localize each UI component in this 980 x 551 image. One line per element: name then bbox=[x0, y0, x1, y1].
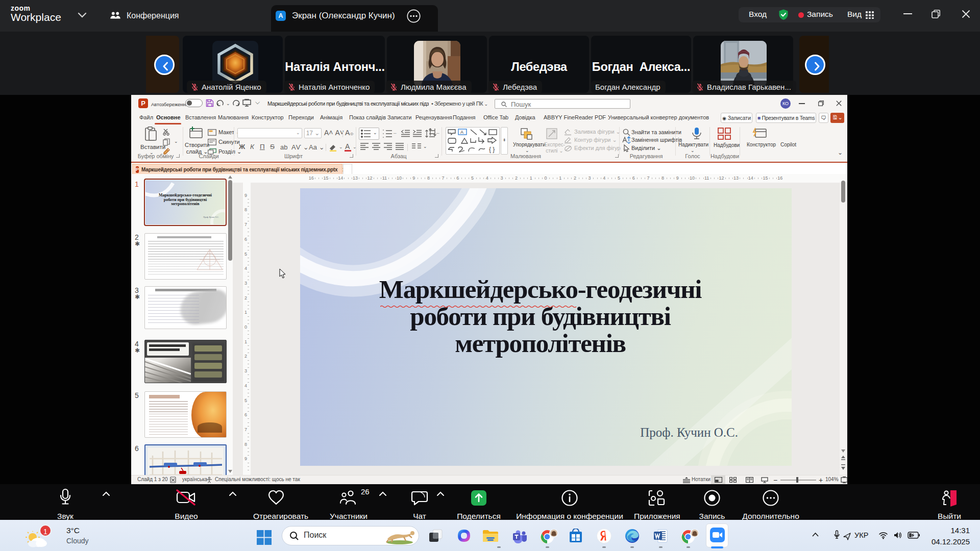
svg-text:A: A bbox=[460, 130, 463, 135]
svg-text:{ }: { } bbox=[489, 146, 495, 153]
